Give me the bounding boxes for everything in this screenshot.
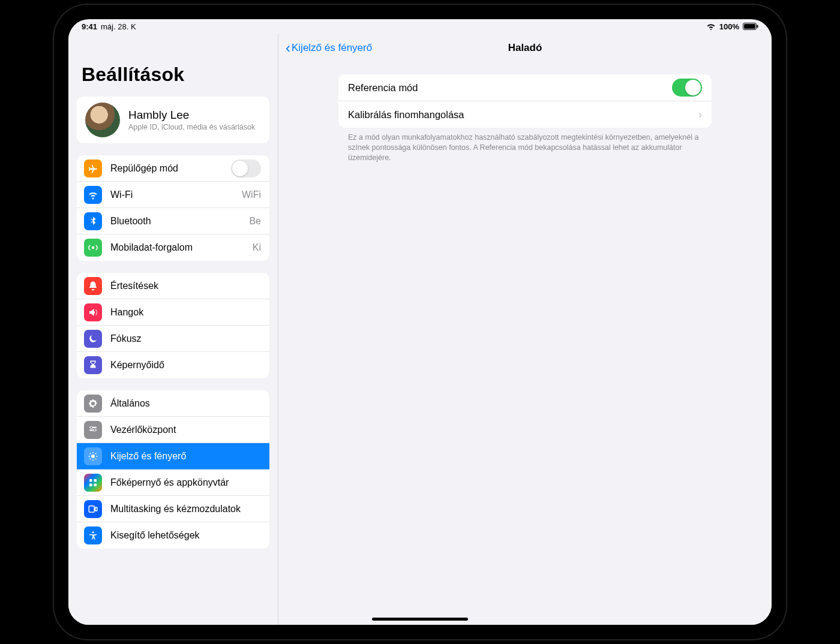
calibration-label: Kalibrálás finomhangolása	[348, 109, 698, 121]
row-cellular[interactable]: Mobiladat-forgalom Ki	[77, 234, 269, 261]
row-screentime[interactable]: Képernyőidő	[77, 352, 269, 378]
battery-icon	[743, 23, 758, 30]
svg-rect-20	[89, 505, 94, 512]
advanced-group: Referencia mód Kalibrálás finomhangolása…	[338, 74, 712, 128]
controlcenter-label: Vezérlőközpont	[110, 425, 261, 435]
notifications-label: Értesítések	[110, 281, 261, 291]
svg-rect-21	[95, 507, 97, 511]
reference-mode-label: Referencia mód	[348, 82, 672, 94]
detail-pane: ‹ Kijelző és fényerő Haladó Referencia m…	[278, 34, 772, 625]
svg-point-22	[92, 531, 94, 533]
profile-subtitle: Apple ID, iCloud, média és vásárlások	[128, 123, 255, 131]
row-multitasking[interactable]: Multitasking és kézmozdulatok	[77, 496, 269, 522]
status-date: máj. 28. K	[101, 22, 136, 31]
home-indicator[interactable]	[372, 618, 468, 621]
svg-rect-17	[94, 479, 97, 482]
status-time: 9:41	[82, 22, 97, 31]
reference-mode-switch[interactable]	[672, 79, 702, 97]
grid-icon	[84, 474, 102, 492]
sidebar-title: Beállítások	[82, 64, 265, 86]
svg-point-7	[91, 455, 95, 458]
profile-name: Hambly Lee	[128, 109, 255, 122]
svg-line-14	[90, 458, 91, 459]
svg-point-6	[94, 429, 96, 431]
svg-rect-2	[757, 25, 758, 28]
settings-sidebar[interactable]: Beállítások Hambly Lee Apple ID, iCloud,…	[68, 34, 278, 625]
bluetooth-icon	[84, 212, 102, 230]
svg-rect-1	[744, 24, 755, 29]
wifi-label: Wi-Fi	[110, 189, 233, 200]
back-label: Kijelző és fényerő	[292, 42, 372, 54]
gear-icon	[84, 395, 102, 413]
svg-rect-18	[89, 483, 92, 486]
cellular-value: Ki	[253, 242, 261, 253]
avatar	[85, 103, 120, 137]
row-sounds[interactable]: Hangok	[77, 299, 269, 326]
general-label: Általános	[110, 398, 261, 409]
multitasking-label: Multitasking és kézmozdulatok	[110, 504, 261, 514]
focus-label: Fókusz	[110, 333, 261, 344]
accessibility-icon	[84, 526, 102, 544]
sun-icon	[84, 447, 102, 465]
wifi-value: WiFi	[242, 189, 261, 200]
sliders-icon	[84, 421, 102, 439]
svg-point-5	[90, 426, 92, 429]
apple-id-row[interactable]: Hambly Lee Apple ID, iCloud, média és vá…	[77, 97, 269, 143]
row-bluetooth[interactable]: Bluetooth Be	[77, 208, 269, 234]
detail-navbar: ‹ Kijelző és fényerő Haladó	[278, 34, 772, 62]
cellular-label: Mobiladat-forgalom	[110, 242, 244, 253]
row-reference-mode[interactable]: Referencia mód	[338, 74, 712, 101]
accessibility-label: Kisegítő lehetőségek	[110, 530, 261, 541]
airplane-label: Repülőgép mód	[110, 163, 223, 174]
cellular-icon	[84, 239, 102, 257]
group-general: Általános Vezérlőközpont Kijelző és fény…	[77, 390, 269, 549]
row-focus[interactable]: Fókusz	[77, 326, 269, 352]
wifi-status-icon	[706, 23, 716, 30]
svg-line-13	[95, 458, 97, 459]
wifi-icon	[84, 186, 102, 204]
chevron-right-icon: ›	[698, 109, 702, 121]
moon-icon	[84, 330, 102, 348]
multitasking-icon	[84, 500, 102, 518]
bell-icon	[84, 277, 102, 295]
airplane-icon	[84, 160, 102, 177]
airplane-switch[interactable]	[231, 160, 261, 177]
row-accessibility[interactable]: Kisegítő lehetőségek	[77, 522, 269, 549]
row-wifi[interactable]: Wi-Fi WiFi	[77, 182, 269, 208]
battery-percentage: 100%	[719, 22, 739, 31]
svg-rect-19	[94, 483, 97, 486]
row-notifications[interactable]: Értesítések	[77, 273, 269, 299]
svg-line-15	[95, 453, 97, 454]
screen: 9:41 máj. 28. K 100% Beállítások	[68, 19, 772, 625]
sounds-label: Hangok	[110, 307, 261, 318]
back-button[interactable]: ‹ Kijelző és fényerő	[286, 41, 372, 55]
ipad-frame: 9:41 máj. 28. K 100% Beállítások	[54, 5, 786, 639]
status-bar: 9:41 máj. 28. K 100%	[68, 19, 772, 34]
bluetooth-value: Be	[249, 216, 261, 227]
group-notifications: Értesítések Hangok Fókusz	[77, 273, 269, 378]
row-general[interactable]: Általános	[77, 390, 269, 417]
bluetooth-label: Bluetooth	[110, 216, 241, 227]
row-display-brightness[interactable]: Kijelző és fényerő	[77, 443, 269, 470]
homescreen-label: Főképernyő és appkönyvtár	[110, 477, 261, 488]
chevron-left-icon: ‹	[286, 41, 290, 55]
row-control-center[interactable]: Vezérlőközpont	[77, 417, 269, 443]
hourglass-icon	[84, 356, 102, 374]
screentime-label: Képernyőidő	[110, 360, 261, 371]
row-homescreen[interactable]: Főképernyő és appkönyvtár	[77, 470, 269, 496]
svg-rect-16	[89, 479, 92, 482]
display-label: Kijelző és fényerő	[110, 451, 261, 462]
speaker-icon	[84, 303, 102, 321]
row-calibration[interactable]: Kalibrálás finomhangolása ›	[338, 101, 712, 128]
svg-line-12	[90, 453, 91, 454]
group-footer-text: Ez a mód olyan munkafolyamatokhoz haszná…	[338, 128, 712, 163]
row-airplane-mode[interactable]: Repülőgép mód	[77, 155, 269, 182]
group-connectivity: Repülőgép mód Wi-Fi WiFi	[77, 155, 269, 261]
